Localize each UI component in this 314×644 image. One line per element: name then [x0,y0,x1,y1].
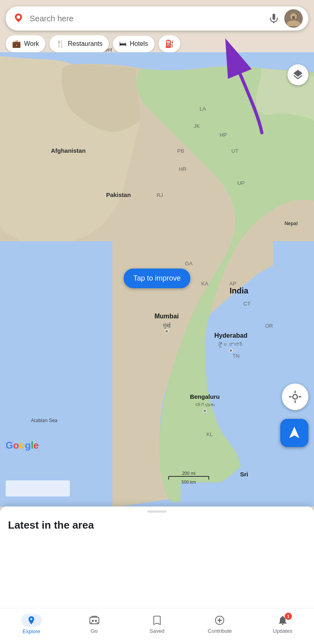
svg-text:India: India [230,286,249,295]
chip-gas[interactable]: ⛽ [159,35,180,52]
svg-text:RJ: RJ [157,192,163,198]
search-input[interactable] [30,14,267,23]
svg-text:HP: HP [220,132,227,138]
explore-icon-bg [21,614,42,627]
bottom-navigation: Explore Go Saved [0,608,314,644]
nav-item-updates[interactable]: 1 Updates [271,614,295,634]
svg-text:200 mi: 200 mi [182,471,195,476]
svg-text:Arabian Sea: Arabian Sea [31,418,57,423]
svg-text:ಬೆಂಗಳೂರು: ಬೆಂಗಳೂರು [195,402,215,408]
svg-text:JK: JK [194,123,200,129]
chip-hotels-label: Hotels [130,40,148,47]
category-chips-row: 💼 Work 🍴 Restaurants 🛏 Hotels ⛽ [0,35,314,52]
chip-restaurants[interactable]: 🍴 Restaurants [49,35,109,52]
contribute-icon [214,615,225,626]
svg-point-49 [92,620,94,622]
user-avatar[interactable] [284,9,303,28]
bottom-panel: Latest in the area Explore [0,507,314,644]
svg-point-46 [293,394,297,399]
svg-text:मुंबई: मुंबई [163,322,171,329]
navigate-button[interactable] [280,419,308,447]
google-maps-logo [11,11,26,26]
svg-rect-3 [181,482,314,507]
hotels-icon: 🛏 [119,40,126,48]
svg-text:CT: CT [243,301,250,307]
updates-badge: 1 [285,613,292,620]
map-area[interactable]: Tashkent Afghanistan Pakistan India Nepa… [0,0,314,507]
svg-text:Pakistan: Pakistan [106,191,131,198]
svg-point-42 [17,15,20,19]
chip-hotels[interactable]: 🛏 Hotels [113,36,154,52]
go-icon-wrap [88,614,100,626]
svg-text:TN: TN [232,353,239,359]
google-logo: Google [6,440,39,451]
svg-text:Bengaluru: Bengaluru [190,393,220,400]
saved-nav-label: Saved [150,628,165,634]
chip-work[interactable]: 💼 Work [6,35,45,52]
svg-point-34 [203,409,206,412]
explore-nav-label: Explore [22,628,40,634]
svg-rect-2 [273,241,314,507]
svg-rect-45 [292,16,295,19]
contribute-nav-label: Contribute [208,628,232,634]
svg-text:KA: KA [201,281,208,287]
svg-text:AP: AP [229,281,236,287]
svg-text:UP: UP [237,180,245,186]
svg-text:GA: GA [185,260,193,267]
svg-text:హైదరాబాద్: హైదరాబాద్ [218,342,244,348]
nav-item-go[interactable]: Go [82,614,106,634]
go-icon [88,614,100,626]
nav-item-contribute[interactable]: Contribute [208,614,232,634]
location-button[interactable] [282,384,308,410]
svg-text:Sri: Sri [240,471,248,478]
contribute-icon-wrap [214,614,226,626]
nav-item-explore[interactable]: Explore [19,614,43,634]
svg-point-50 [95,620,97,622]
svg-rect-1 [0,241,112,507]
go-nav-label: Go [91,628,98,634]
svg-text:Mumbai: Mumbai [155,313,179,320]
svg-text:500 km: 500 km [181,480,196,484]
chip-work-label: Work [24,40,39,47]
svg-text:HR: HR [179,166,187,172]
svg-text:PB: PB [177,148,184,154]
svg-text:KL: KL [206,431,213,437]
updates-icon-wrap: 1 [277,614,289,626]
work-icon: 💼 [12,39,21,48]
restaurants-icon: 🍴 [56,39,65,48]
mic-button[interactable] [267,11,281,26]
updates-nav-label: Updates [273,628,292,634]
saved-icon [151,615,163,626]
svg-text:LA: LA [200,106,206,112]
gas-icon: ⛽ [165,39,174,48]
saved-icon-wrap [151,614,163,626]
svg-text:Hyderabad: Hyderabad [214,332,248,339]
explore-icon [27,615,36,625]
svg-point-31 [229,349,232,352]
tap-improve-label: Tap to improve [133,274,181,282]
search-bar[interactable] [6,6,308,31]
tap-to-improve-button[interactable]: Tap to improve [124,269,190,288]
svg-text:OR: OR [265,323,273,329]
chip-restaurants-label: Restaurants [68,40,102,47]
latest-area-title: Latest in the area [0,513,314,536]
svg-rect-10 [6,480,70,496]
svg-text:UT: UT [231,148,238,154]
map-svg: Tashkent Afghanistan Pakistan India Nepa… [0,0,314,507]
svg-point-28 [165,330,168,333]
nav-item-saved[interactable]: Saved [145,614,169,634]
layers-button[interactable] [287,64,308,85]
svg-text:Afghanistan: Afghanistan [51,147,86,154]
svg-text:Nepal: Nepal [285,221,298,226]
